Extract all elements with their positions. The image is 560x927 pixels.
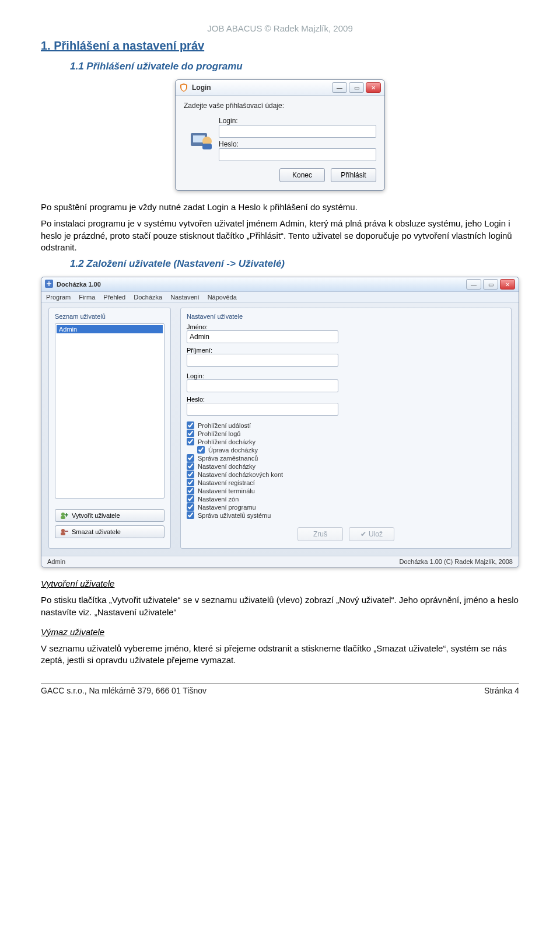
permission-checkbox[interactable] [197,446,205,454]
permission-row[interactable]: Správa zaměstnanců [187,454,505,462]
user-list-item-selected[interactable]: Admin [57,325,163,333]
password-label: Heslo: [219,140,376,148]
create-user-button[interactable]: Vytvořit uživatele [55,509,164,522]
input-prijmeni[interactable] [187,354,338,367]
menu-prehled[interactable]: Přehled [103,294,125,301]
save-button[interactable]: ✔Ulož [349,527,394,541]
permission-row[interactable]: Prohlížení událostí [187,421,505,429]
user-list-title: Seznam uživatelů [55,313,164,320]
permission-row[interactable]: Prohlížení logů [187,430,505,437]
user-settings-panel: Nastavení uživatele Jméno: Příjmení: Log… [180,308,512,549]
menu-program[interactable]: Program [46,294,71,301]
permission-checkbox[interactable] [187,487,194,494]
menu-firma[interactable]: Firma [79,294,95,301]
permission-checkbox[interactable] [187,454,194,462]
app-minimize-button[interactable]: — [466,279,481,290]
svg-rect-3 [202,144,212,149]
status-right: Docházka 1.00 (C) Radek Majzlík, 2008 [400,558,513,565]
permission-row[interactable]: Nastavení docházkových kont [187,471,505,478]
permission-checkbox[interactable] [187,471,194,478]
minimize-button[interactable]: — [332,82,347,93]
permission-label: Úprava docházky [208,447,258,454]
create-user-para: Po stisku tlačítka „Vytvořit uživatele“ … [41,594,519,618]
permission-row[interactable]: Nastavení docházky [187,462,505,470]
login-input[interactable] [219,125,376,138]
menu-napoveda[interactable]: Nápověda [208,294,237,301]
statusbar: Admin Docházka 1.00 (C) Radek Majzlík, 2… [41,556,519,567]
maximize-button[interactable]: ▭ [349,82,364,93]
exit-button[interactable]: Konec [279,168,325,182]
svg-point-5 [61,513,65,516]
permission-checkbox[interactable] [187,503,194,511]
menu-nastaveni[interactable]: Nastavení [170,294,200,301]
user-list[interactable]: Admin [55,323,164,499]
permission-row[interactable]: Nastavení programu [187,503,505,511]
permission-checkbox[interactable] [187,511,194,519]
delete-user-button[interactable]: Smazat uživatele [55,525,164,538]
footer-left: GACC s.r.o., Na mlékárně 379, 666 01 Tiš… [41,686,206,695]
label-login: Login: [187,372,505,379]
delete-user-heading: Výmaz uživatele [41,627,104,637]
login-user-icon [184,120,219,155]
login-title: Login [192,83,211,92]
cancel-button[interactable]: Zruš [298,527,343,541]
label-heslo: Heslo: [187,396,505,403]
user-list-panel: Seznam uživatelů Admin Vytvořit uživatel… [48,308,171,549]
status-user: Admin [47,558,65,565]
permission-label: Prohlížení logů [198,430,240,437]
label-jmeno: Jméno: [187,323,505,330]
permission-label: Prohlížení událostí [198,422,251,429]
permission-label: Nastavení programu [198,504,256,511]
app-titlebar: Docházka 1.00 — ▭ ✕ [41,277,519,292]
app-title: Docházka 1.00 [57,281,101,288]
permission-checkbox[interactable] [187,495,194,503]
permission-label: Prohlížení docházky [198,438,256,445]
app-close-button[interactable]: ✕ [500,279,515,290]
app-icon [45,280,53,289]
permission-checkbox[interactable] [187,430,194,437]
permission-row[interactable]: Správa uživatelů systému [187,511,505,519]
permission-checkbox[interactable] [187,421,194,429]
input-heslo[interactable] [187,403,338,416]
subsection-1-2: 1.2 Založení uživatele (Nastavení -> Uži… [70,258,519,270]
shield-icon [179,83,188,92]
permission-label: Nastavení docházkových kont [198,471,283,478]
close-button[interactable]: ✕ [366,82,381,93]
create-user-heading: Vytvoření uživatele [41,578,114,588]
add-user-icon [60,511,68,520]
permission-row[interactable]: Prohlížení docházky [187,438,505,445]
footer-right: Stránka 4 [484,686,519,695]
save-icon: ✔ [360,530,366,538]
permission-label: Nastavení registrací [198,479,255,486]
para-1: Po spuštění programu je vždy nutné zadat… [41,201,519,213]
permission-checkbox[interactable] [187,462,194,470]
permission-row[interactable]: Úprava docházky [197,446,505,454]
password-input[interactable] [219,148,376,161]
svg-rect-6 [61,516,65,519]
permission-checkbox[interactable] [187,479,194,486]
input-jmeno[interactable] [187,330,338,343]
permission-checkbox[interactable] [187,438,194,445]
para-2: Po instalaci programu je v systému vytvo… [41,218,519,253]
app-window: Docházka 1.00 — ▭ ✕ Program Firma Přehle… [41,277,519,567]
label-prijmeni: Příjmení: [187,347,505,354]
login-button[interactable]: Příhlásit [331,168,376,182]
subsection-1-1: 1.1 Přihlášení uživatele do programu [70,61,519,72]
create-user-label: Vytvořit uživatele [72,512,120,519]
login-window: Login — ▭ ✕ Zadejte vaše přihlašovací úd… [175,79,385,191]
login-label: Login: [219,117,376,125]
permission-label: Správa uživatelů systému [198,512,271,519]
permission-row[interactable]: Nastavení zón [187,495,505,503]
permissions-list: Prohlížení událostíProhlížení logůProhlí… [187,421,505,519]
input-login[interactable] [187,379,338,392]
app-maximize-button[interactable]: ▭ [483,279,498,290]
permission-row[interactable]: Nastavení terminálu [187,487,505,494]
login-titlebar: Login — ▭ ✕ [176,80,384,96]
menubar: Program Firma Přehled Docházka Nastavení… [41,292,519,303]
permission-row[interactable]: Nastavení registrací [187,479,505,486]
permission-label: Nastavení terminálu [198,487,255,494]
menu-dochazka[interactable]: Docházka [134,294,162,301]
svg-point-7 [61,529,65,532]
section-title: 1. Přihlášení a nastavení práv [41,39,519,53]
save-label: Ulož [369,530,383,538]
